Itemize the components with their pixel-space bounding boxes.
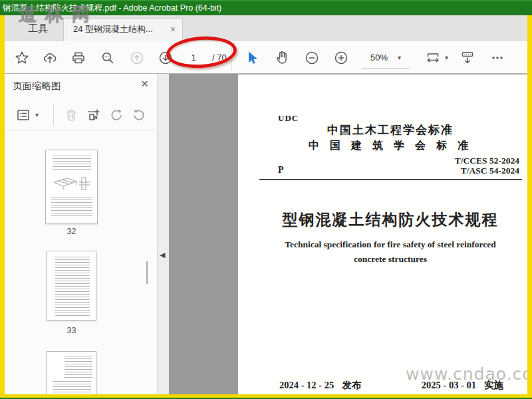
collapse-panel-icon[interactable]: ◀	[160, 251, 165, 259]
previous-page-icon[interactable]	[129, 50, 145, 66]
fit-width-icon[interactable]	[425, 50, 441, 66]
standard-codes: T/CCES 52-2024 T/ASC 54-2024	[455, 156, 519, 176]
thumbnails-toolbar: ▾	[5, 100, 158, 130]
document-title-en-line2: concrete structures	[255, 254, 526, 265]
main-toolbar: 1 / 70 50% ▾ ▾	[5, 41, 527, 74]
print-icon[interactable]	[70, 50, 86, 66]
standard-org-block: 中国土木工程学会标准 中 国 建 筑 学 会 标 准	[255, 122, 526, 153]
thumbnail-page-33[interactable]	[47, 251, 96, 321]
thumbnail-diagram-sketch	[50, 176, 94, 193]
star-favorites-icon[interactable]	[14, 50, 30, 66]
publish-label: 发布	[342, 380, 361, 390]
rotate-cw-icon[interactable]	[131, 107, 147, 123]
thumbnail-page-number: 32	[45, 227, 98, 236]
zoom-level-value[interactable]: 50%	[364, 50, 394, 66]
close-tab-icon[interactable]: ×	[170, 19, 176, 40]
thumbnail-text-sketch	[65, 356, 92, 380]
standard-code-1: T/CCES 52-2024	[455, 156, 519, 166]
header-rule	[259, 179, 522, 180]
org-line-2: 中 国 建 筑 学 会 标 准	[255, 139, 526, 153]
thumbnail-page-number: 33	[45, 326, 98, 335]
thumbnail-text-sketch	[53, 381, 91, 394]
window-frame-right	[527, 15, 532, 399]
page-scrolling-icon[interactable]	[460, 50, 475, 66]
document-view-area: UDC 中国土木工程学会标准 中 国 建 筑 学 会 标 准 T/CCES 52…	[169, 74, 527, 394]
thumbnail-text-sketch	[53, 156, 91, 170]
thumbnail-options-icon[interactable]	[15, 107, 31, 123]
pdf-page: UDC 中国土木工程学会标准 中 国 建 筑 学 会 标 准 T/CCES 52…	[238, 74, 527, 394]
share-upload-icon[interactable]	[42, 50, 58, 66]
panel-toolbar-separator	[53, 104, 54, 126]
zoom-field-underline	[362, 68, 410, 68]
thumbnail-page-32[interactable]	[45, 150, 98, 224]
select-pointer-icon[interactable]	[244, 50, 260, 66]
crop-pages-icon[interactable]	[86, 107, 102, 123]
standard-code-2: T/ASC 54-2024	[455, 166, 519, 176]
thumbnail-page-partial[interactable]	[47, 351, 96, 394]
sidebar-scrollbar-thumb[interactable]	[146, 261, 148, 284]
panel-gutter: ◀	[158, 74, 169, 394]
delete-pages-icon[interactable]	[63, 107, 79, 123]
options-caret-down-icon[interactable]: ▾	[35, 107, 39, 123]
window-frame-left	[0, 15, 5, 399]
thumbnail-text-sketch	[51, 197, 92, 217]
search-icon[interactable]	[100, 50, 116, 66]
panel-title: 页面缩略图	[13, 80, 61, 92]
publish-date-group: 2024 - 12 - 25发布	[279, 379, 361, 392]
watermark-bottom-right: www.cndao.com	[406, 364, 527, 384]
watermark-top-left: 道林网	[19, 3, 98, 27]
close-panel-icon[interactable]: ×	[141, 76, 148, 91]
zoom-caret-down-icon[interactable]: ▾	[398, 50, 401, 66]
rotate-ccw-icon[interactable]	[108, 107, 124, 123]
publish-date: 2024 - 12 - 25	[279, 380, 334, 390]
thumbnail-text-sketch	[55, 257, 90, 317]
document-title-en-line1: Technical specification for fire safety …	[255, 239, 526, 250]
zoom-out-icon[interactable]	[304, 50, 320, 66]
zoom-in-icon[interactable]	[333, 50, 349, 66]
more-tools-ellipsis-icon[interactable]	[489, 50, 505, 66]
hand-tool-icon[interactable]	[275, 50, 291, 66]
document-title-cn: 型钢混凝土结构防火技术规程	[255, 209, 526, 230]
org-line-1: 中国土木工程学会标准	[255, 122, 526, 138]
p-classification-mark: P	[278, 165, 284, 176]
fit-caret-down-icon[interactable]: ▾	[445, 50, 448, 66]
page-thumbnails-panel: 页面缩略图 × ▾ 32	[5, 74, 158, 394]
